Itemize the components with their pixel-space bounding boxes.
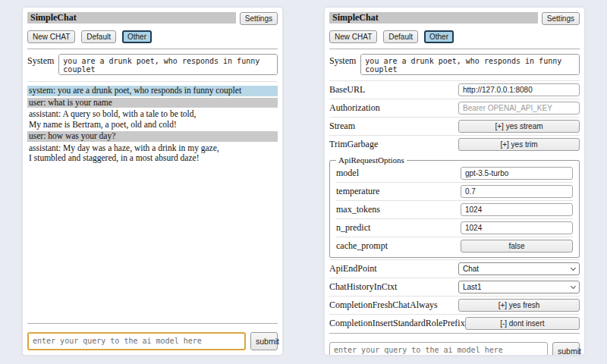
submit-button[interactable]: submit: [552, 342, 580, 355]
new-chat-button[interactable]: New CHAT: [27, 30, 75, 43]
chat-message-assistant: assistant: A query so bold, with a tale …: [27, 109, 278, 130]
chat-session-toolbar: New CHAT Default Other: [329, 30, 580, 43]
session-tab-default[interactable]: Default: [81, 30, 116, 43]
setting-row-baseurl: BaseURL: [329, 80, 580, 99]
user-query-input[interactable]: [27, 332, 246, 350]
chat-session-toolbar: New CHAT Default Other: [27, 30, 278, 43]
setting-row-authorization: Authorization: [329, 99, 580, 117]
chat-message-system: system: you are a drunk poet, who respon…: [27, 86, 278, 96]
chat-history-select[interactable]: Last1: [458, 281, 580, 293]
settings-panel: SimpleChat Settings New CHAT Default Oth…: [325, 8, 584, 355]
api-endpoint-label: ApiEndPoint: [329, 263, 377, 275]
temperature-input[interactable]: [461, 185, 573, 198]
n-predict-label: n_predict: [336, 222, 370, 234]
setting-row-trimgarbage: TrimGarbage [+] yes trim: [329, 135, 580, 153]
system-prompt-row: System you are a drunk poet, who respond…: [27, 54, 278, 75]
max-tokens-input[interactable]: [461, 203, 573, 216]
n-predict-input[interactable]: [461, 221, 573, 234]
submit-button[interactable]: submit: [250, 332, 278, 350]
temperature-label: temperature: [336, 186, 379, 197]
stream-label: Stream: [329, 121, 355, 132]
baseurl-input[interactable]: [458, 83, 580, 96]
completion-insert-toggle-button[interactable]: [-] dont insert: [465, 317, 580, 330]
app-header: SimpleChat Settings: [27, 12, 278, 25]
model-label: model: [336, 168, 359, 179]
completion-fresh-toggle-button[interactable]: [+] yes fresh: [458, 299, 580, 312]
model-input[interactable]: [461, 167, 573, 180]
user-query-row: submit: [27, 332, 278, 350]
settings-button[interactable]: Settings: [542, 12, 580, 25]
api-endpoint-selected-value: Chat: [463, 265, 479, 273]
cache-prompt-toggle-button[interactable]: false: [461, 240, 573, 253]
system-prompt-input[interactable]: you are a drunk poet, who responds in fu…: [58, 54, 278, 75]
divider: [27, 323, 278, 324]
divider: [329, 333, 580, 334]
setting-row-completion-fresh: CompletionFreshChatAlways [+] yes fresh: [329, 296, 580, 314]
setting-row-cache-prompt: cache_prompt false: [336, 237, 573, 255]
system-label: System: [27, 54, 54, 75]
chat-message-list: system: you are a drunk poet, who respon…: [27, 86, 278, 165]
setting-row-stream: Stream [+] yes stream: [329, 117, 580, 135]
completion-insert-label: CompletionInsertStandardRolePrefix: [329, 318, 465, 329]
completion-fresh-label: CompletionFreshChatAlways: [329, 300, 438, 311]
system-label: System: [329, 54, 356, 75]
session-tab-default[interactable]: Default: [383, 30, 418, 43]
user-query-input[interactable]: [329, 342, 548, 355]
setting-row-n-predict: n_predict: [336, 218, 573, 237]
chevron-down-icon: [571, 265, 576, 270]
setting-row-temperature: temperature: [336, 182, 573, 200]
app-header: SimpleChat Settings: [329, 12, 580, 25]
new-chat-button[interactable]: New CHAT: [329, 30, 377, 43]
chat-history-selected-value: Last1: [463, 283, 481, 291]
session-tab-other[interactable]: Other: [424, 30, 454, 43]
divider: [27, 81, 278, 82]
system-prompt-input[interactable]: you are a drunk poet, who responds in fu…: [360, 54, 580, 75]
user-query-row: submit: [329, 342, 580, 355]
api-request-options-fieldset: ApiRequestOptions model temperature max_…: [329, 155, 580, 258]
app-title: SimpleChat: [27, 12, 236, 24]
chevron-down-icon: [571, 283, 576, 288]
setting-row-api-endpoint: ApiEndPoint Chat: [329, 259, 580, 278]
chat-message-user: user: what is your name: [27, 98, 278, 108]
setting-row-completion-insert: CompletionInsertStandardRolePrefix [-] d…: [329, 314, 580, 332]
chat-panel: SimpleChat Settings New CHAT Default Oth…: [23, 8, 282, 355]
setting-row-chat-history: ChatHistoryInCtxt Last1: [329, 278, 580, 296]
chat-message-user: user: how was your day?: [27, 131, 278, 142]
authorization-label: Authorization: [329, 102, 380, 114]
divider: [27, 49, 278, 49]
session-tab-other[interactable]: Other: [122, 30, 152, 43]
trimgarbage-label: TrimGarbage: [329, 139, 378, 150]
chat-history-label: ChatHistoryInCtxt: [329, 281, 397, 293]
authorization-input[interactable]: [458, 102, 580, 115]
system-prompt-row: System you are a drunk poet, who respond…: [329, 54, 580, 75]
setting-row-max-tokens: max_tokens: [336, 200, 573, 218]
setting-row-model: model: [336, 165, 573, 182]
divider: [329, 49, 580, 49]
chat-message-assistant: assistant: My day was a haze, with a dri…: [27, 143, 278, 164]
settings-button[interactable]: Settings: [240, 12, 278, 25]
api-request-options-legend: ApiRequestOptions: [336, 155, 407, 165]
trimgarbage-toggle-button[interactable]: [+] yes trim: [458, 138, 580, 151]
stream-toggle-button[interactable]: [+] yes stream: [458, 120, 580, 133]
empty-space: [27, 165, 278, 323]
app-title: SimpleChat: [329, 12, 538, 24]
api-endpoint-select[interactable]: Chat: [458, 262, 580, 275]
max-tokens-label: max_tokens: [336, 204, 380, 215]
cache-prompt-label: cache_prompt: [336, 240, 388, 252]
baseurl-label: BaseURL: [329, 84, 365, 96]
